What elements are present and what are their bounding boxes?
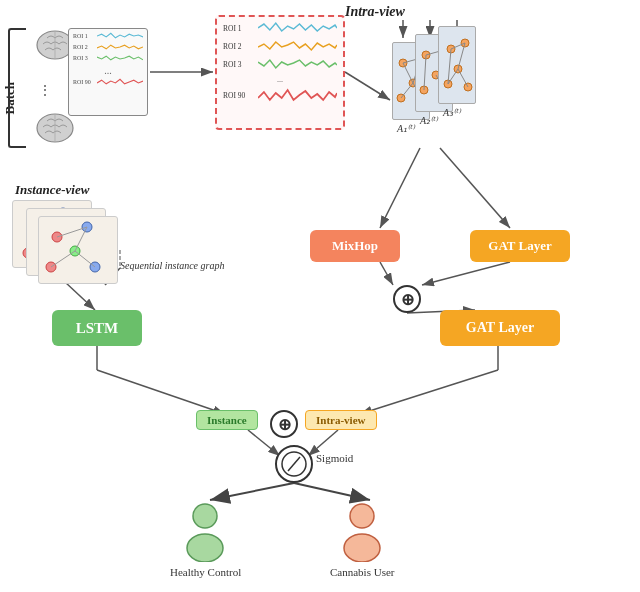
svg-line-8 [380, 148, 420, 228]
lstm-box: LSTM [52, 310, 142, 346]
svg-line-56 [448, 49, 451, 84]
svg-line-83 [75, 251, 95, 267]
svg-line-53 [458, 43, 465, 69]
svg-line-11 [422, 262, 510, 285]
svg-line-84 [51, 251, 75, 267]
person-cannabis: Cannabis User [330, 500, 394, 578]
a3-label: A₃⁽ᵗ⁾ [443, 107, 460, 118]
svg-point-90 [344, 534, 380, 562]
roi-large-box: ROI 1 ROI 2 ROI 3 ... ROI 90 [215, 15, 345, 130]
svg-point-89 [350, 504, 374, 528]
sequential-label: Sequential instance graph [120, 260, 224, 271]
svg-line-22 [210, 483, 294, 500]
instance-badge: Instance [196, 410, 258, 430]
instance-graph-group [12, 200, 117, 280]
svg-line-44 [424, 55, 426, 90]
a1-label: A₁⁽ᵗ⁾ [397, 123, 414, 134]
svg-line-10 [380, 262, 393, 285]
gat-bottom-box: GAT Layer [440, 310, 560, 346]
svg-point-87 [193, 504, 217, 528]
oplus-middle: ⊕ [270, 410, 298, 438]
roi-small-box: ROI 1 ROI 2 ROI 3 ... ROI 90 [68, 28, 148, 116]
svg-line-19 [360, 370, 498, 414]
oplus-top: ⊕ [393, 285, 421, 313]
gat-top-box: GAT Layer [470, 230, 570, 262]
svg-point-88 [187, 534, 223, 562]
sigmoid-label: Sigmoid [316, 452, 353, 464]
sigmoid-circle [275, 445, 313, 483]
svg-line-13 [65, 282, 95, 310]
diagram: Batch ⋮ ROI 1 ROI 2 [0, 0, 640, 592]
batch-bracket [8, 28, 26, 148]
person-healthy: Healthy Control [170, 500, 241, 578]
a2-label: A₂⁽ᵗ⁾ [420, 115, 437, 126]
dots-between-brains: ⋮ [38, 82, 52, 99]
svg-line-34 [403, 63, 413, 83]
intra-view-badge: Intra-view [305, 410, 377, 430]
svg-line-9 [440, 148, 510, 228]
svg-line-36 [401, 83, 413, 98]
matrix-a3 [438, 26, 476, 104]
svg-line-17 [97, 370, 225, 414]
svg-line-23 [294, 483, 370, 500]
svg-line-55 [458, 69, 468, 87]
svg-line-7 [345, 72, 390, 100]
mixhop-box: MixHop [310, 230, 400, 262]
instance-view-label: Instance-view [15, 182, 89, 198]
intra-view-label: Intra-view [345, 4, 405, 20]
svg-line-86 [288, 457, 300, 471]
